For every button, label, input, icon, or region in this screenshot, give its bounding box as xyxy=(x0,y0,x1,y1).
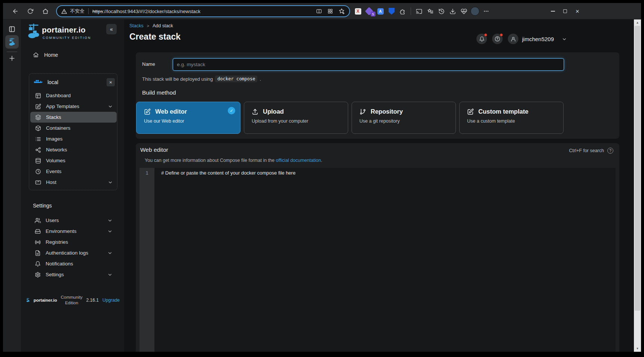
new-tab-button[interactable] xyxy=(8,55,16,62)
sidebar-item-home[interactable]: Home xyxy=(29,50,115,60)
home-button[interactable] xyxy=(40,6,50,16)
chevron-down-icon xyxy=(107,250,113,256)
hard-drive-icon xyxy=(35,228,41,234)
notifications-button[interactable] xyxy=(476,34,487,44)
editor-code-area[interactable]: # Define or paste the content of your do… xyxy=(154,168,616,352)
active-tab-portainer[interactable] xyxy=(5,35,19,49)
page-scrollbar[interactable]: ▲ ▼ xyxy=(634,19,641,352)
database-icon xyxy=(35,158,41,164)
create-stack-form: Name This stack will be deployed using d… xyxy=(136,52,619,139)
environment-close-button[interactable]: ✕ xyxy=(107,78,115,86)
chevron-down-icon xyxy=(108,180,113,185)
portainer-favicon xyxy=(8,38,16,46)
search-hint-text: Ctrl+F for search xyxy=(569,148,604,153)
portainer-logo-title: portainer.io xyxy=(42,25,86,34)
portainer-sidebar: portainer.io COMMUNITY EDITION « Home lo… xyxy=(21,19,124,352)
sidebar-item-app-templates[interactable]: App Templates xyxy=(30,101,117,112)
purple-extension-icon[interactable]: 5 xyxy=(364,6,375,17)
breadcrumb-current: Add stack xyxy=(153,23,173,28)
collections-grid-icon[interactable] xyxy=(327,8,333,14)
page-url: https://localhost:9443/#!/2/docker/stack… xyxy=(92,9,200,14)
add-favorite-star-icon[interactable] xyxy=(338,8,345,15)
official-documentation-link[interactable]: official documentation xyxy=(276,158,321,163)
method-title: Repository xyxy=(371,108,403,115)
sidebar-item-users[interactable]: Users xyxy=(30,215,116,226)
sidebar-item-volumes[interactable]: Volumes xyxy=(30,155,117,166)
build-method-custom-template[interactable]: Custom template Use a custom template xyxy=(459,102,564,134)
tab-divider xyxy=(7,52,17,52)
user-menu-button[interactable] xyxy=(508,34,518,44)
browser-essentials-icon[interactable] xyxy=(458,6,469,17)
urlbar-separator xyxy=(88,8,89,14)
sidebar-item-notifications[interactable]: Notifications xyxy=(30,258,116,269)
sidebar-item-label: Settings xyxy=(46,272,102,277)
help-button[interactable] xyxy=(492,34,503,44)
url-scheme: https xyxy=(92,9,103,14)
upload-icon xyxy=(252,108,258,115)
method-subtitle: Use our Web editor xyxy=(144,119,235,124)
sidebar-item-settings[interactable]: Settings xyxy=(30,269,116,280)
profile-avatar[interactable] xyxy=(469,6,481,17)
sidebar-item-dashboard[interactable]: Dashboard xyxy=(30,90,117,101)
sidebar-item-authentication-logs[interactable]: Authentication logs xyxy=(30,247,116,258)
sidebar-item-networks[interactable]: Networks xyxy=(30,144,117,155)
code-editor[interactable]: 1 # Define or paste the content of your … xyxy=(139,168,616,352)
sidebar-item-host[interactable]: Host xyxy=(30,177,117,188)
more-menu-icon[interactable] xyxy=(481,6,492,17)
cast-icon[interactable] xyxy=(413,6,424,17)
split-screen-icon[interactable] xyxy=(316,8,322,14)
sidebar-item-registries[interactable]: Registries xyxy=(30,237,116,247)
extensions-puzzle-icon[interactable] xyxy=(397,6,408,17)
translate-extension-icon[interactable]: A xyxy=(375,6,386,17)
editor-info-text: You can get more information about Compo… xyxy=(145,158,322,163)
build-method-upload[interactable]: Upload Upload from your computer xyxy=(244,102,348,134)
chevron-down-icon xyxy=(107,218,113,223)
downloads-icon[interactable] xyxy=(447,6,458,17)
url-bar[interactable]: 不安全 https://localhost:9443/#!/2/docker/s… xyxy=(56,5,350,17)
scrollbar-thumb[interactable] xyxy=(635,26,640,311)
line-number: 1 xyxy=(145,170,148,176)
build-method-repository[interactable]: Repository Use a git repository xyxy=(352,102,456,134)
editor-help-icon[interactable]: ? xyxy=(607,148,613,154)
scroll-up-arrow[interactable]: ▲ xyxy=(634,19,641,26)
notification-red-dot xyxy=(484,33,487,37)
username[interactable]: jimchen5209 xyxy=(522,36,554,42)
settings-nav-list: Users Environments Registries Authentica… xyxy=(29,215,117,280)
browser-toolbar: 不安全 https://localhost:9443/#!/2/docker/s… xyxy=(3,3,641,19)
favorites-star-icon[interactable] xyxy=(424,6,436,17)
share-icon xyxy=(35,147,41,153)
footer-edition: CommunityEdition xyxy=(61,295,82,306)
tab-actions-button[interactable] xyxy=(8,25,16,33)
upgrade-link[interactable]: Upgrade xyxy=(102,298,120,303)
sidebar-item-label: Images xyxy=(46,136,113,142)
toolbar-separator xyxy=(411,7,411,15)
help-red-dot xyxy=(500,33,503,37)
chevron-down-icon xyxy=(107,272,113,277)
build-method-web-editor[interactable]: Web editor Use our Web editor ✓ xyxy=(136,102,240,134)
minimize-button[interactable] xyxy=(547,6,558,17)
excel-extension-icon[interactable]: X xyxy=(352,6,364,17)
gear-icon xyxy=(35,272,41,278)
file-text-icon xyxy=(35,250,41,256)
sidebar-collapse-button[interactable]: « xyxy=(106,24,117,34)
sidebar-item-events[interactable]: Events xyxy=(30,166,117,177)
shield-extension-icon[interactable] xyxy=(386,6,397,17)
sidebar-item-images[interactable]: Images xyxy=(30,133,117,144)
users-icon xyxy=(35,218,41,224)
sidebar-item-environments[interactable]: Environments xyxy=(30,226,116,237)
sidebar-item-stacks[interactable]: Stacks xyxy=(30,112,117,123)
sidebar-item-containers[interactable]: Containers xyxy=(30,123,117,133)
close-button[interactable]: ✕ xyxy=(572,6,583,17)
maximize-button[interactable] xyxy=(559,6,571,17)
sidebar-item-label: App Templates xyxy=(46,104,103,109)
sidebar-item-label: Containers xyxy=(46,125,113,131)
user-chevron-down-icon[interactable] xyxy=(562,37,567,42)
scroll-down-arrow[interactable]: ▼ xyxy=(634,345,641,352)
breadcrumb-stacks-link[interactable]: Stacks xyxy=(129,23,144,28)
refresh-button[interactable] xyxy=(25,6,36,16)
back-button[interactable] xyxy=(10,6,21,16)
settings-section-header: Settings xyxy=(33,203,52,209)
close-x-icon: ✕ xyxy=(109,80,112,84)
stack-name-input[interactable] xyxy=(173,58,564,71)
history-icon[interactable] xyxy=(436,6,447,17)
